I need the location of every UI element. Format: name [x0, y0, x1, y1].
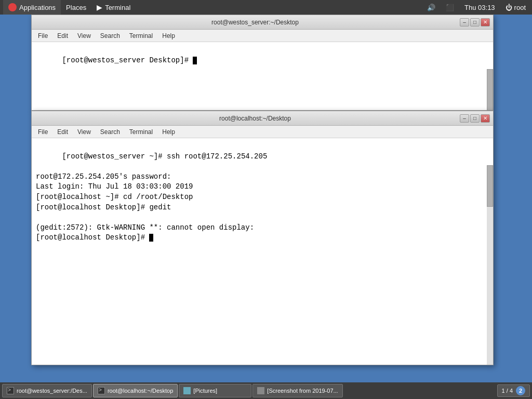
terminal-window-1: root@westos_server:~/Desktop – □ ✕ File …	[31, 15, 494, 111]
menu-view-1[interactable]: View	[73, 31, 95, 41]
places-menu[interactable]: Places	[61, 0, 91, 15]
taskbar-item-2[interactable]: [Pictures]	[179, 384, 251, 397]
menu-edit-1[interactable]: Edit	[53, 31, 72, 41]
username: root	[514, 4, 526, 11]
cursor-2	[149, 234, 153, 242]
desktop: root@westos_server:~/Desktop – □ ✕ File …	[0, 15, 532, 384]
menu-file-2[interactable]: File	[34, 127, 52, 137]
close-button-1[interactable]: ✕	[481, 18, 490, 26]
taskbar: root@westos_server:/Des... root@localhos…	[0, 382, 532, 399]
taskbar-label-3: [Screenshot from 2019-07...	[267, 388, 338, 394]
terminal-menu[interactable]: ▶ Terminal	[91, 0, 136, 15]
power-icon: ⏻	[506, 4, 512, 11]
menubar-2: File Edit View Search Terminal Help	[32, 126, 493, 138]
maximize-button-2[interactable]: □	[470, 114, 480, 123]
top-panel-right: 🔊 ⬛ Thu 03:13 ⏻ root	[424, 2, 529, 13]
menu-file-1[interactable]: File	[34, 31, 52, 41]
menu-help-2[interactable]: Help	[158, 127, 179, 137]
page-indicator: 1 / 4 2	[497, 384, 530, 397]
taskbar-icon-0	[7, 387, 14, 394]
taskbar-icon-3	[257, 387, 264, 394]
display-icon: ⬛	[446, 4, 454, 11]
taskbar-item-0[interactable]: root@westos_server:/Des...	[2, 384, 92, 397]
page-text: 1 / 4	[502, 388, 513, 394]
taskbar-label-1: root@localhost:~/Desktop	[108, 388, 173, 394]
terminal-label: Terminal	[105, 4, 130, 11]
page-badge: 2	[516, 386, 525, 395]
taskbar-icon-2	[183, 387, 191, 394]
top-panel: Applications Places ▶ Terminal 🔊 ⬛ Thu 0…	[0, 0, 532, 15]
menu-terminal-1[interactable]: Terminal	[125, 31, 157, 41]
places-label: Places	[66, 4, 86, 11]
titlebar-1[interactable]: root@westos_server:~/Desktop – □ ✕	[32, 15, 493, 30]
menu-search-1[interactable]: Search	[96, 31, 124, 41]
applications-label: Applications	[19, 4, 56, 11]
scrollbar-thumb-1[interactable]	[487, 69, 493, 110]
taskbar-icon-1	[98, 387, 105, 394]
applications-menu[interactable]: Applications	[3, 0, 61, 15]
scrollbar-2[interactable]	[487, 165, 493, 365]
volume-icon: 🔊	[427, 4, 435, 11]
taskbar-item-3[interactable]: [Screenshot from 2019-07...	[252, 384, 342, 397]
minimize-button-2[interactable]: –	[460, 114, 469, 123]
user-menu[interactable]: ⏻ root	[502, 2, 529, 13]
minimize-button-1[interactable]: –	[460, 18, 469, 26]
clock[interactable]: Thu 03:13	[461, 2, 498, 13]
volume-control[interactable]: 🔊	[424, 2, 438, 13]
menu-search-2[interactable]: Search	[96, 127, 124, 137]
menu-terminal-2[interactable]: Terminal	[125, 127, 157, 137]
taskbar-label-0: root@westos_server:/Des...	[17, 388, 87, 394]
menu-edit-2[interactable]: Edit	[53, 127, 72, 137]
taskbar-label-2: [Pictures]	[193, 388, 217, 394]
menu-view-2[interactable]: View	[73, 127, 95, 137]
terminal-body-2[interactable]: [root@westos_server ~]# ssh root@172.25.…	[32, 138, 493, 365]
cursor-1	[193, 57, 197, 64]
display-settings[interactable]: ⬛	[443, 2, 457, 13]
scrollbar-thumb-2[interactable]	[487, 165, 493, 207]
top-panel-left: Applications Places ▶ Terminal	[3, 0, 136, 15]
close-button-2[interactable]: ✕	[481, 114, 490, 123]
terminal-body-1[interactable]: [root@westos_server Desktop]#	[32, 42, 493, 110]
terminal-window-2: root@localhost:~/Desktop – □ ✕ File Edit…	[31, 111, 494, 365]
time-display: Thu 03:13	[464, 4, 495, 11]
scrollbar-1[interactable]	[487, 69, 493, 110]
terminal-content-2: [root@westos_server ~]# ssh root@172.25.…	[36, 152, 267, 242]
menu-help-1[interactable]: Help	[158, 31, 179, 41]
app-icon	[8, 3, 17, 11]
title-2: root@localhost:~/Desktop	[50, 115, 460, 122]
menubar-1: File Edit View Search Terminal Help	[32, 30, 493, 42]
taskbar-item-1[interactable]: root@localhost:~/Desktop	[93, 384, 178, 397]
window-controls-1: – □ ✕	[460, 18, 490, 26]
prompt-1: [root@westos_server Desktop]#	[62, 56, 193, 64]
title-1: root@westos_server:~/Desktop	[50, 19, 460, 26]
maximize-button-1[interactable]: □	[470, 18, 480, 26]
titlebar-2[interactable]: root@localhost:~/Desktop – □ ✕	[32, 111, 493, 126]
window-controls-2: – □ ✕	[460, 114, 490, 123]
